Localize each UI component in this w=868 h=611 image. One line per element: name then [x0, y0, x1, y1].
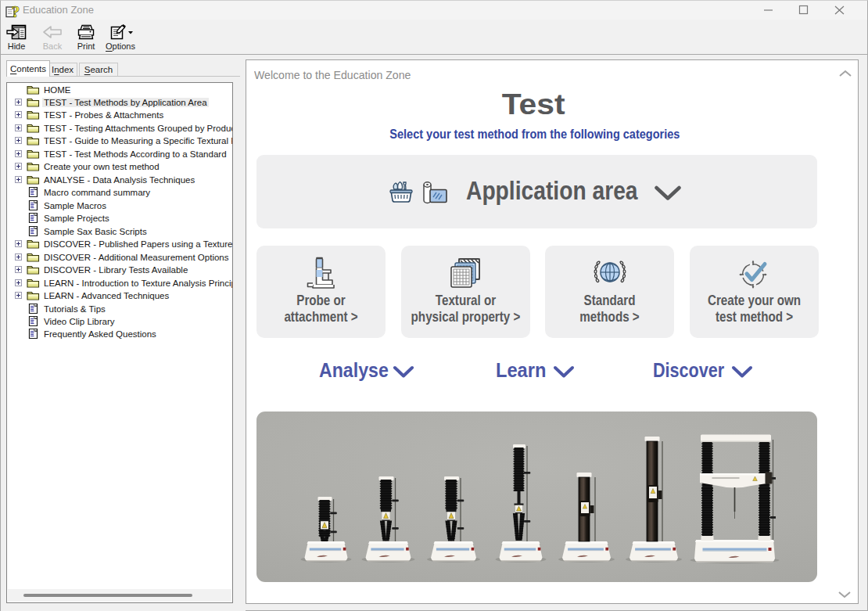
svg-text:?: ? — [12, 4, 20, 19]
